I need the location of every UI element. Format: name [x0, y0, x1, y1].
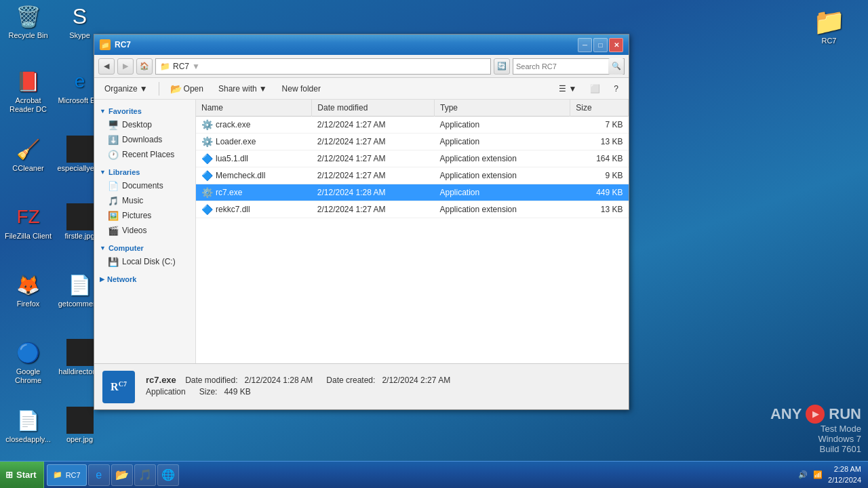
acrobat-icon: 📕 [15, 68, 42, 95]
new-folder-button[interactable]: New folder [276, 80, 327, 98]
desktop-icon-ccleaner[interactable]: 🧹 CCleaner [3, 136, 54, 173]
desktop-icon-chrome[interactable]: 🔵 Google Chrome [3, 339, 54, 385]
file-type-icon: 🔷 [201, 204, 213, 215]
search-button[interactable]: 🔍 [608, 58, 624, 75]
column-size[interactable]: Size [570, 100, 629, 117]
clock-time: 2:28 AM [828, 464, 861, 474]
share-chevron-icon: ▼ [259, 84, 267, 94]
recycle-bin-icon: 🗑️ [15, 3, 42, 30]
favorites-chevron-icon: ▼ [100, 108, 106, 115]
file-type: Application extension [434, 167, 570, 184]
downloads-icon: ⬇️ [108, 134, 119, 145]
status-date-modified: 2/12/2024 1:28 AM [245, 375, 313, 385]
sidebar-item-local-disk[interactable]: 💾 Local Disk (C:) [94, 254, 195, 269]
start-button[interactable]: ⊞ Start [0, 462, 44, 488]
status-type: Application [146, 387, 186, 396]
libraries-chevron-icon: ▼ [100, 169, 106, 176]
desktop-icon-oper[interactable]: oper.jpg [54, 407, 105, 444]
desktop-icon-rc7[interactable]: 📁 RC7 [804, 7, 854, 45]
file-name-cell: ⚙️ crack.exe [196, 117, 312, 134]
table-row[interactable]: ⚙️ rc7.exe 2/12/2024 1:28 AM Application… [196, 184, 629, 201]
desktop-icon-closedapply[interactable]: 📄 closedapply... [3, 407, 54, 444]
taskbar-browser-button[interactable]: 🌐 [157, 464, 179, 486]
file-name: crack.exe [216, 120, 250, 129]
up-button[interactable]: 🏠 [136, 58, 153, 75]
file-size: 13 KB [570, 134, 629, 150]
organize-label: Organize [104, 84, 138, 94]
desktop-icon-acrobat[interactable]: 📕 AcrobatReader DC [3, 68, 54, 114]
desktop-icon-firefox[interactable]: 🦊 Firefox [3, 271, 54, 308]
volume-icon[interactable]: 🔊 [798, 470, 808, 479]
address-path-display[interactable]: 📁 RC7 ▼ [155, 58, 491, 75]
table-row[interactable]: ⚙️ Loader.exe 2/12/2024 1:27 AM Applicat… [196, 134, 629, 150]
forward-button[interactable]: ▶ [117, 58, 134, 75]
taskbar-items: 📁 RC7 e 📂 🎵 🌐 [44, 462, 791, 488]
file-type-icon: ⚙️ [201, 187, 213, 198]
maximize-button[interactable]: □ [593, 38, 608, 52]
taskbar-ie-button[interactable]: e [88, 464, 110, 486]
search-input[interactable] [513, 62, 608, 70]
help-button[interactable]: ? [608, 80, 625, 98]
network-section: ▶ Network [94, 273, 195, 285]
sidebar-item-music[interactable]: 🎵 Music [94, 193, 195, 208]
build-label: Build 7601 [770, 444, 861, 454]
view-toggle-button[interactable]: ☰ ▼ [553, 80, 583, 98]
sidebar-item-videos[interactable]: 🎬 Videos [94, 223, 195, 238]
sidebar-item-pictures[interactable]: 🖼️ Pictures [94, 208, 195, 223]
libraries-header[interactable]: ▼ Libraries [94, 166, 195, 178]
favorites-label: Favorites [108, 107, 142, 115]
sidebar-item-recent-places[interactable]: 🕐 Recent Places [94, 147, 195, 162]
taskbar-wmp-icon: 🎵 [138, 468, 152, 481]
preview-button[interactable]: ⬜ [584, 80, 606, 98]
desktop-nav-label: Desktop [122, 120, 152, 129]
column-date-modified[interactable]: Date modified [312, 100, 435, 117]
desktop-icon-filezilla[interactable]: FZ FileZilla Client [3, 203, 54, 241]
window-title: RC7 [115, 40, 131, 49]
computer-header[interactable]: ▼ Computer [94, 242, 195, 254]
file-name: lua5.1.dll [216, 154, 248, 163]
play-icon: ▶ [806, 405, 825, 424]
open-icon: 📂 [170, 83, 182, 94]
close-button[interactable]: ✕ [609, 38, 623, 52]
status-file-icon: RC7 [102, 371, 135, 403]
file-list: Name Date modified Type Size ⚙️ crack.ex… [196, 100, 629, 363]
libraries-section: ▼ Libraries 📄 Documents 🎵 Music 🖼️ Pictu… [94, 166, 195, 238]
path-dropdown-icon[interactable]: ▼ [192, 62, 200, 71]
desktop-icon-recycle-bin[interactable]: 🗑️ Recycle Bin [3, 3, 54, 40]
table-row[interactable]: 🔷 Memcheck.dll 2/12/2024 1:27 AM Applica… [196, 167, 629, 184]
column-type[interactable]: Type [434, 100, 570, 117]
videos-icon: 🎬 [108, 225, 119, 236]
pictures-icon: 🖼️ [108, 210, 119, 221]
file-size: 164 KB [570, 150, 629, 167]
watermark: ANY ▶ RUN Test Mode Windows 7 Build 7601 [770, 405, 861, 454]
column-name[interactable]: Name [196, 100, 312, 117]
path-text: RC7 [173, 62, 189, 71]
file-name: Memcheck.dll [216, 171, 265, 180]
taskbar-folder-button[interactable]: 📂 [111, 464, 133, 486]
taskbar-item-explorer[interactable]: 📁 RC7 [47, 464, 87, 486]
table-header-row: Name Date modified Type Size [196, 100, 629, 117]
file-date: 2/12/2024 1:27 AM [312, 150, 435, 167]
organize-button[interactable]: Organize ▼ [98, 80, 154, 98]
favorites-header[interactable]: ▼ Favorites [94, 105, 195, 117]
taskbar-wmp-button[interactable]: 🎵 [134, 464, 156, 486]
table-row[interactable]: ⚙️ crack.exe 2/12/2024 1:27 AM Applicati… [196, 117, 629, 134]
documents-icon: 📄 [108, 180, 119, 191]
sidebar-item-desktop[interactable]: 🖥️ Desktop [94, 117, 195, 132]
refresh-button[interactable]: 🔄 [494, 58, 510, 75]
share-with-button[interactable]: Share with ▼ [212, 80, 273, 98]
network-tray-icon[interactable]: 📶 [813, 470, 823, 479]
sidebar-item-documents[interactable]: 📄 Documents [94, 178, 195, 193]
minimize-button[interactable]: ─ [578, 38, 592, 52]
path-folder-icon: 📁 [160, 62, 170, 71]
sidebar-item-downloads[interactable]: ⬇️ Downloads [94, 132, 195, 147]
file-type: Application [434, 134, 570, 150]
file-name-cell: 🔷 rekkc7.dll [196, 201, 312, 218]
taskbar-clock[interactable]: 2:28 AM 2/12/2024 [828, 464, 861, 485]
back-button[interactable]: ◀ [98, 58, 115, 75]
open-button[interactable]: 📂 Open [164, 80, 210, 98]
sidebar: ▼ Favorites 🖥️ Desktop ⬇️ Downloads 🕐 Re… [94, 100, 196, 363]
table-row[interactable]: 🔷 rekkc7.dll 2/12/2024 1:27 AM Applicati… [196, 201, 629, 218]
network-header[interactable]: ▶ Network [94, 273, 195, 285]
table-row[interactable]: 🔷 lua5.1.dll 2/12/2024 1:27 AM Applicati… [196, 150, 629, 167]
